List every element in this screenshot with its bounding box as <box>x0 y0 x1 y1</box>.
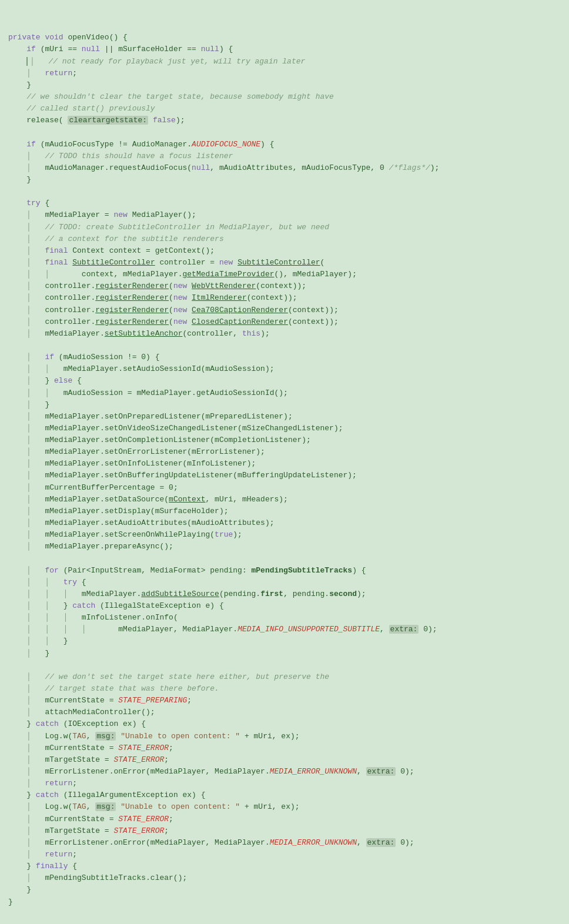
line-3: │ // not ready for playback just yet, wi… <box>8 57 305 66</box>
line-31: │ mMediaPlayer.setOnVideoSizeChangedList… <box>8 424 343 433</box>
line-67: │ mPendingSubtitleTracks.clear(); <box>8 873 187 882</box>
line-57: │ mTargetState = STATE_ERROR; <box>8 755 169 764</box>
line-33: │ mMediaPlayer.setOnErrorListener(mError… <box>8 447 265 456</box>
line-63: │ mTargetState = STATE_ERROR; <box>8 826 169 835</box>
line-60: } catch (IllegalArgumentException ex) { <box>8 791 205 799</box>
line-53: │ attachMediaController(); <box>8 708 155 717</box>
line-4: │ return; <box>8 69 77 78</box>
line-54: } catch (IOException ex) { <box>8 719 146 728</box>
line-6: // we shouldn't clear the target state, … <box>8 92 334 101</box>
line-51: │ // target state that was there before. <box>8 684 219 693</box>
line-40: │ mMediaPlayer.setScreenOnWhilePlaying(t… <box>8 530 242 539</box>
line-5: } <box>8 81 31 89</box>
line-46: │ │ │ mInfoListener.onInfo( <box>8 613 178 622</box>
line-17: │ final Context context = getContext(); <box>8 246 215 255</box>
line-37: │ mMediaPlayer.setDataSource(mContext, m… <box>8 495 288 504</box>
line-69: } <box>8 898 13 906</box>
line-42: │ for (Pair<InputStream, MediaFormat> pe… <box>8 566 366 575</box>
line-30: │ mMediaPlayer.setOnPreparedListener(mPr… <box>8 412 293 421</box>
line-16: │ // a context for the subtitle renderer… <box>8 235 224 243</box>
line-55: │ Log.w(TAG, msg: "Unable to open conten… <box>8 732 300 741</box>
line-10: │ // TODO this should have a focus liste… <box>8 152 233 160</box>
line-1: private void openVideo() { <box>8 33 128 42</box>
line-61: │ Log.w(TAG, msg: "Unable to open conten… <box>8 802 300 811</box>
line-43: │ │ try { <box>8 578 86 587</box>
line-7: // called start() previously <box>8 104 155 113</box>
line-25: │ if (mAudioSession != 0) { <box>8 353 160 361</box>
line-39: │ mMediaPlayer.setAudioAttributes(mAudio… <box>8 518 275 527</box>
line-19: │ │ context, mMediaPlayer.getMediaTimePr… <box>8 270 357 279</box>
line-49: │ } <box>8 649 49 658</box>
line-36: │ mCurrentBufferPercentage = 0; <box>8 483 178 492</box>
line-28: │ │ mAudioSession = mMediaPlayer.getAudi… <box>8 389 288 397</box>
line-64: │ mErrorListener.onError(mMediaPlayer, M… <box>8 838 414 847</box>
line-20: │ controller.registerRenderer(new WebVtt… <box>8 282 306 290</box>
line-45: │ │ } catch (IllegalStateException e) { <box>8 601 224 610</box>
line-2: if (mUri == null || mSurfaceHolder == nu… <box>8 45 233 53</box>
line-48: │ │ } <box>8 637 68 645</box>
line-38: │ mMediaPlayer.setDisplay(mSurfaceHolder… <box>8 507 229 515</box>
line-66: } finally { <box>8 862 77 871</box>
line-26: │ │ mMediaPlayer.setAudioSessionId(mAudi… <box>8 364 275 373</box>
line-52: │ mCurrentState = STATE_PREPARING; <box>8 696 192 705</box>
line-56: │ mCurrentState = STATE_ERROR; <box>8 744 173 752</box>
line-13: try { <box>8 199 49 207</box>
line-29: │ } <box>8 400 49 409</box>
line-15: │ // TODO: create SubtitleController in … <box>8 223 329 232</box>
line-65: │ return; <box>8 850 77 859</box>
line-18: │ final SubtitleController controller = … <box>8 258 324 267</box>
line-62: │ mCurrentState = STATE_ERROR; <box>8 815 173 823</box>
line-34: │ mMediaPlayer.setOnInfoListener(mInfoLi… <box>8 459 256 468</box>
line-59: │ return; <box>8 779 77 788</box>
code-container: private void openVideo() { if (mUri == n… <box>0 5 569 923</box>
line-41: │ mMediaPlayer.prepareAsync(); <box>8 542 173 551</box>
line-14: │ mMediaPlayer = new MediaPlayer(); <box>8 210 196 219</box>
line-44: │ │ │ mMediaPlayer.addSubtitleSource(pen… <box>8 590 366 598</box>
line-9: if (mAudioFocusType != AudioManager.AUDI… <box>8 140 275 149</box>
line-27: │ } else { <box>8 376 82 385</box>
line-32: │ mMediaPlayer.setOnCompletionListener(m… <box>8 436 311 444</box>
line-23: │ controller.registerRenderer(new Closed… <box>8 317 339 326</box>
line-11: │ mAudioManager.requestAudioFocus(null, … <box>8 163 439 172</box>
line-22: │ controller.registerRenderer(new Cea708… <box>8 306 339 314</box>
line-35: │ mMediaPlayer.setOnBufferingUpdateListe… <box>8 471 357 480</box>
line-21: │ controller.registerRenderer(new ItmlRe… <box>8 293 297 302</box>
line-12: } <box>8 175 31 184</box>
line-47: │ │ │ │ mMediaPlayer, MediaPlayer.MEDIA_… <box>8 625 437 634</box>
line-24: │ mMediaPlayer.setSubtitleAnchor(control… <box>8 329 270 338</box>
line-50: │ // we don't set the target state here … <box>8 672 329 681</box>
line-58: │ mErrorListener.onError(mMediaPlayer, M… <box>8 767 414 776</box>
line-8: release( cleartargetstate: false); <box>8 116 185 125</box>
line-68: } <box>8 885 31 894</box>
